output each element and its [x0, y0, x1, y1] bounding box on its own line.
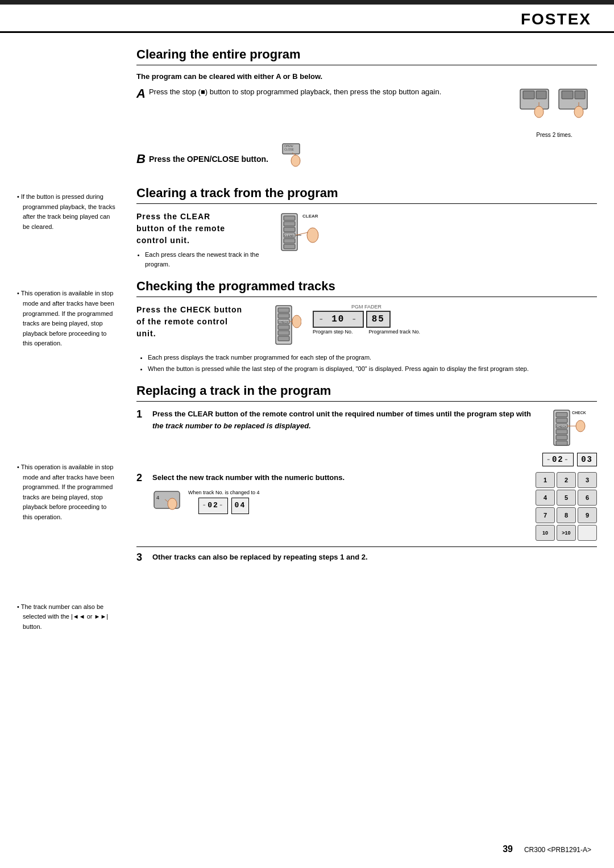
step-a-row: A Press the stop (■) button to stop prog… — [136, 86, 597, 138]
svg-rect-6 — [562, 91, 573, 99]
svg-rect-43 — [556, 435, 567, 440]
open-close-illustration: OPEN/ CLOSE — [280, 143, 314, 176]
track-change-label: When track No. is changed to 4 — [188, 489, 260, 496]
main-content: • If the button is pressed during progra… — [0, 33, 614, 660]
programmed-track-label: Programmed track No. — [369, 329, 421, 335]
svg-rect-21 — [284, 239, 295, 243]
checking-tracks-title: Checking the programmed tracks — [136, 279, 597, 294]
svg-text:CHECK: CHECK — [572, 411, 586, 415]
clear-remote-image: CLEAR CLEAR — [279, 211, 341, 256]
replace-step2-display1: -02- — [198, 498, 227, 514]
svg-rect-1 — [523, 91, 534, 99]
stop-button-illustration — [517, 86, 591, 132]
svg-text:CLEAR: CLEAR — [302, 214, 318, 219]
replace-step1-display1: -02- — [542, 453, 574, 466]
divider-4 — [136, 401, 597, 402]
key-9: 9 — [578, 507, 597, 523]
svg-point-46 — [576, 420, 585, 432]
key-3: 3 — [578, 472, 597, 488]
key-8: 8 — [557, 507, 576, 523]
check-bullet-1: Each press displays the track number pro… — [148, 353, 597, 362]
section-replacing-track: Replacing a track in the program 1 Press… — [136, 383, 597, 564]
key-4: 4 — [536, 490, 555, 506]
svg-point-25 — [307, 228, 318, 243]
step-1-num: 1 — [136, 408, 148, 420]
clearing-track-title: Clearing a track from the program — [136, 186, 597, 201]
svg-rect-18 — [284, 227, 295, 232]
svg-text:CLOSE: CLOSE — [284, 148, 294, 151]
key-7: 7 — [536, 507, 555, 523]
page: FOSTEX • If the button is pressed during… — [0, 0, 614, 868]
svg-rect-38 — [556, 412, 567, 417]
svg-rect-39 — [556, 418, 567, 423]
checking-bullets: Each press displays the track number pro… — [148, 353, 597, 373]
svg-rect-16 — [284, 216, 295, 220]
key-2: 2 — [557, 472, 576, 488]
clearing-program-title: Clearing the entire program — [136, 47, 597, 62]
step-1-images: CHECK CHECK — [542, 408, 597, 466]
key-1: 1 — [536, 472, 555, 488]
right-content: Clearing the entire program The program … — [125, 33, 614, 660]
page-number: 39 — [503, 844, 513, 857]
svg-rect-28 — [278, 308, 289, 312]
clearing-subtitle: The program can be cleared with either A… — [136, 72, 597, 81]
left-note-1: • If the button is pressed during progra… — [17, 192, 117, 232]
check-press-heading: Press the CHECK button of the remote con… — [136, 304, 267, 340]
key-10: 10 — [536, 525, 555, 541]
step-a-text: Press the stop (■) button to stop progra… — [149, 86, 503, 98]
check-displays: PGM FADER - 10 - 85 — [313, 304, 420, 335]
left-note-4: • The track number can also be selected … — [17, 602, 117, 632]
header: FOSTEX — [0, 5, 614, 33]
check-press-text: Press the CHECK button of the remote con… — [136, 304, 267, 340]
left-note-3: • This operation is available in stop mo… — [17, 462, 117, 523]
section-clearing-program: Clearing the entire program The program … — [136, 47, 597, 176]
svg-text:CHECK: CHECK — [557, 425, 567, 428]
key-6: 6 — [578, 490, 597, 506]
step-a-label: A — [136, 86, 146, 101]
check-display-step: PGM FADER - 10 - 85 — [313, 304, 420, 335]
step-b-label: B — [136, 152, 146, 166]
step-2-text: Select the new track number with the num… — [152, 472, 527, 516]
page-footer: 39 CR300 <PRB1291-A> — [503, 844, 591, 857]
step-a-image: Press 2 times. — [512, 86, 597, 138]
numeric-keypad: 1 2 3 4 5 6 7 8 9 10 >10 — [536, 472, 597, 541]
svg-rect-44 — [556, 441, 567, 445]
step-3-num: 3 — [136, 552, 148, 564]
program-step-display: - 10 - — [313, 311, 364, 328]
divider-1 — [136, 65, 597, 65]
left-margin: • If the button is pressed during progra… — [0, 33, 125, 660]
svg-rect-2 — [536, 91, 546, 99]
replace-step1-display2: 03 — [577, 453, 597, 466]
clear-press-heading: Press the CLEAR button of the remote con… — [136, 211, 267, 247]
svg-point-3 — [534, 106, 544, 118]
svg-point-8 — [574, 106, 583, 118]
svg-text:CHECK: CHECK — [279, 320, 289, 324]
check-remote-image: CHECK — [273, 304, 301, 348]
section-clearing-track: Clearing a track from the program Press … — [136, 186, 597, 269]
key-gt10: >10 — [557, 525, 576, 541]
section-checking-tracks: Checking the programmed tracks Press the… — [136, 279, 597, 373]
divider-3 — [136, 297, 597, 297]
svg-text:4: 4 — [156, 495, 159, 500]
check-area: Press the CHECK button of the remote con… — [136, 304, 597, 348]
brand-logo: FOSTEX — [521, 10, 591, 28]
prev-next-button-image: 4 — [152, 487, 184, 516]
svg-rect-17 — [284, 222, 295, 226]
model-number: CR300 <PRB1291-A> — [524, 844, 591, 857]
num-grid: 1 2 3 4 5 6 7 8 9 10 >10 — [536, 472, 597, 541]
key-5: 5 — [557, 490, 576, 506]
svg-point-35 — [292, 315, 301, 328]
program-step-label: Program step No. — [313, 329, 353, 335]
clear-press-section: Press the CLEAR button of the remote con… — [136, 211, 597, 269]
svg-rect-22 — [284, 244, 295, 249]
divider-2 — [136, 203, 597, 204]
svg-text:CLEAR: CLEAR — [284, 234, 294, 237]
svg-rect-42 — [556, 429, 567, 434]
svg-rect-32 — [278, 325, 289, 329]
left-note-2: • This operation is available in stop mo… — [17, 289, 117, 349]
svg-point-13 — [291, 155, 300, 166]
top-bar — [0, 0, 614, 5]
replace-step-3: 3 Other tracks can also be replaced by r… — [136, 546, 597, 564]
step-3-text: Other tracks can also be replaced by rep… — [152, 552, 597, 564]
svg-rect-7 — [575, 91, 585, 99]
